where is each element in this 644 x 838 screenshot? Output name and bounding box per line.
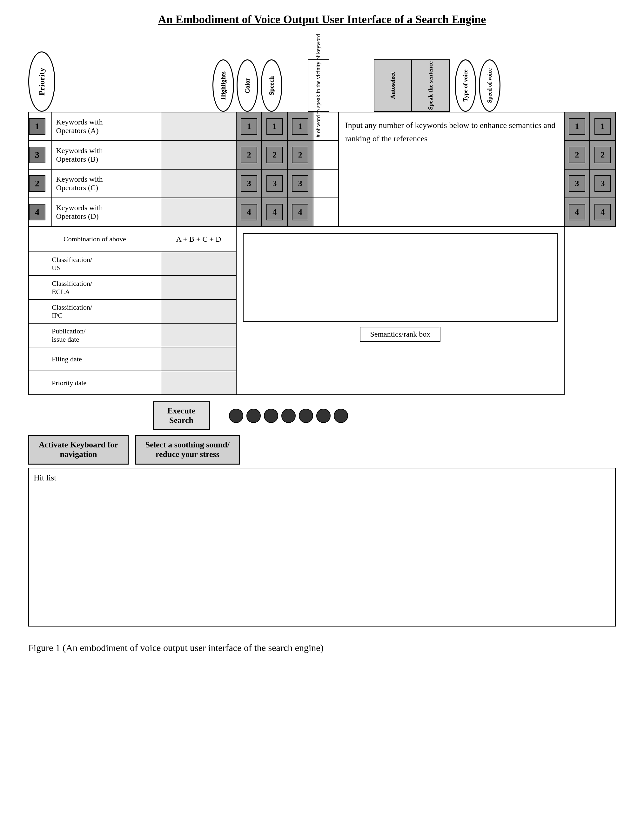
highlights-label: Highlights — [220, 71, 227, 100]
num-right-2a: 2 — [564, 141, 590, 169]
main-table: 1 Keywords with Operators (A) 1 1 1 Inpu… — [28, 112, 616, 395]
num-1c: 1 — [292, 118, 308, 135]
circle-btn-6[interactable] — [316, 409, 330, 423]
vicinity-2 — [313, 141, 339, 169]
circles-row — [229, 409, 348, 423]
num-highlight-1: 1 — [236, 112, 262, 141]
num-right-2b: 2 — [590, 141, 615, 169]
execute-row: Execute Search — [28, 401, 616, 430]
classification-us-label: Classification/ US — [29, 252, 161, 276]
combination-label: Combination of above — [29, 227, 161, 252]
num-right-1a: 1 — [564, 112, 590, 141]
num-right-3b: 3 — [590, 169, 615, 198]
highlights-oval: Highlights — [212, 59, 234, 112]
circle-btn-2[interactable] — [246, 409, 261, 423]
color-label: Color — [244, 78, 251, 94]
classification-ipc-label: Classification/ IPC — [29, 299, 161, 323]
soothing-sound-button[interactable]: Select a soothing sound/ reduce your str… — [135, 435, 240, 465]
circle-btn-4[interactable] — [281, 409, 296, 423]
num-speech-3: 3 — [288, 169, 313, 198]
row-input-4[interactable] — [161, 198, 236, 227]
priority-num-4: 4 — [29, 204, 45, 220]
num-right-4a: 4 — [564, 198, 590, 227]
hit-list-label: Hit list — [34, 473, 56, 482]
num-color-3: 3 — [262, 169, 288, 198]
priority-oval: Priority — [28, 51, 55, 112]
vicinity-4 — [313, 198, 339, 227]
circle-btn-7[interactable] — [334, 409, 348, 423]
row-label-3: Keywords with Operators (C) — [52, 169, 161, 198]
speech-label: Speech — [268, 76, 275, 95]
priority-label: Priority — [37, 67, 47, 95]
row-label-1: Keywords with Operators (A) — [52, 112, 161, 141]
semantics-rank-label: Semantics/rank box — [360, 327, 440, 342]
top-labels-row: Priority Highlights Color Speech # of wo… — [28, 39, 616, 112]
num-1b: 1 — [266, 118, 283, 135]
speech-oval: Speech — [261, 59, 282, 112]
priority-cell-3: 3 — [29, 141, 52, 169]
priority-num-2: 2 — [29, 175, 45, 192]
autoselect-label: Autoselect — [389, 72, 396, 99]
priority-num-3: 3 — [29, 147, 45, 163]
word-vicinity-header: # of word to speak in the vicinity of ke… — [308, 59, 329, 112]
classification-ecla-input[interactable] — [161, 276, 236, 299]
speak-header: Speak the sentence — [412, 59, 450, 112]
info-text: Input any number of keywords below to en… — [345, 119, 558, 145]
row-input-3[interactable] — [161, 169, 236, 198]
priority-date-label: Priority date — [29, 371, 161, 395]
semantics-input-box[interactable] — [243, 233, 558, 322]
num-right-4b: 4 — [590, 198, 615, 227]
priority-num-1: 1 — [29, 118, 45, 135]
activate-keyboard-button[interactable]: Activate Keyboard for navigation — [28, 435, 129, 465]
filing-input[interactable] — [161, 347, 236, 371]
page-title: An Embodiment of Voice Output User Inter… — [28, 13, 616, 26]
priority-date-input[interactable] — [161, 371, 236, 395]
autoselect-header: Autoselect — [374, 59, 412, 112]
num-speech-1: 1 — [288, 112, 313, 141]
circle-btn-1[interactable] — [229, 409, 243, 423]
num-speech-2: 2 — [288, 141, 313, 169]
priority-cell-4: 4 — [29, 198, 52, 227]
speed-voice-label: Speed of voice — [486, 68, 493, 103]
row-input-1[interactable] — [161, 112, 236, 141]
semantics-area: Semantics/rank box — [236, 227, 564, 395]
speak-label: Speak the sentence — [427, 61, 434, 110]
num-right-1b: 1 — [590, 112, 615, 141]
speed-voice-oval: Speed of voice — [479, 59, 501, 112]
num-1a: 1 — [241, 118, 257, 135]
priority-cell-1: 1 — [29, 112, 52, 141]
word-vicinity-label: # of word to speak in the vicinity of ke… — [315, 34, 322, 137]
row-label-2: Keywords with Operators (B) — [52, 141, 161, 169]
row-label-4: Keywords with Operators (D) — [52, 198, 161, 227]
num-highlight-4: 4 — [236, 198, 262, 227]
type-voice-oval: Type of voice — [455, 59, 476, 112]
type-voice-label: Type of voice — [462, 69, 469, 102]
classification-ipc-input[interactable] — [161, 299, 236, 323]
combination-row: Combination of above A + B + C + D Seman… — [29, 227, 615, 252]
publication-label: Publication/ issue date — [29, 323, 161, 347]
row-input-2[interactable] — [161, 141, 236, 169]
num-color-1: 1 — [262, 112, 288, 141]
filing-label: Filing date — [29, 347, 161, 371]
info-text-cell: Input any number of keywords below to en… — [338, 112, 564, 227]
num-right-3a: 3 — [564, 169, 590, 198]
execute-search-button[interactable]: Execute Search — [153, 401, 210, 430]
circle-btn-5[interactable] — [299, 409, 313, 423]
circle-btn-3[interactable] — [264, 409, 278, 423]
num-color-2: 2 — [262, 141, 288, 169]
color-oval: Color — [237, 59, 258, 112]
num-color-4: 4 — [262, 198, 288, 227]
priority-cell-2: 2 — [29, 169, 52, 198]
figure-caption: Figure 1 (An embodiment of voice output … — [28, 642, 616, 653]
publication-input[interactable] — [161, 323, 236, 347]
num-speech-4: 4 — [288, 198, 313, 227]
classification-ecla-label: Classification/ ECLA — [29, 276, 161, 299]
combination-formula[interactable]: A + B + C + D — [161, 227, 236, 252]
hit-list-box: Hit list — [28, 468, 616, 626]
bottom-buttons-row: Activate Keyboard for navigation Select … — [28, 435, 616, 465]
num-highlight-2: 2 — [236, 141, 262, 169]
vicinity-3 — [313, 169, 339, 198]
num-highlight-3: 3 — [236, 169, 262, 198]
classification-us-input[interactable] — [161, 252, 236, 276]
